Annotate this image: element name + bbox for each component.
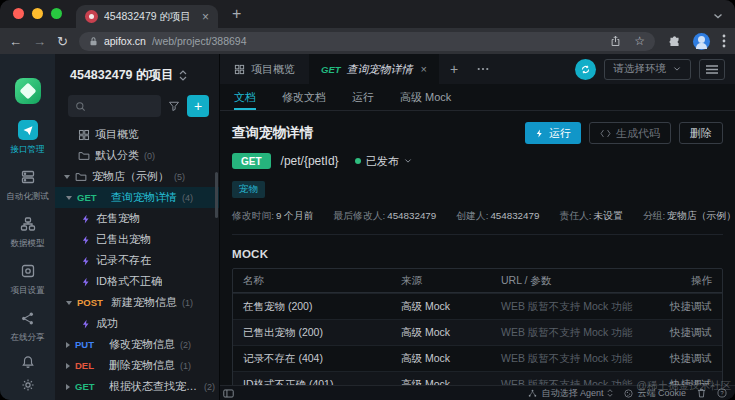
project-settings-icon bbox=[18, 261, 38, 281]
browser-tabstrip: 454832479 的项目 × + bbox=[0, 0, 735, 28]
workspace-tabbar: 项目概览 GET 查询宠物详情 × + 请选择环境 bbox=[220, 54, 735, 84]
statusbar: 自动选择 Agent 云端 Cookie ? bbox=[220, 385, 735, 400]
tree-item-case-available[interactable]: 在售宠物 bbox=[55, 208, 219, 229]
filter-funnel-icon[interactable] bbox=[168, 100, 180, 112]
tree-item-case-badid[interactable]: ID格式不正确 bbox=[55, 271, 219, 292]
share-nodes-icon bbox=[18, 308, 38, 328]
meta-item: 最后修改人:454832479 bbox=[333, 210, 436, 223]
mock-table-row[interactable]: 已售出宠物 (200) 高级 Mock WEB 版暂不支持 Mock 功能 快捷… bbox=[233, 319, 722, 345]
close-icon[interactable]: × bbox=[421, 63, 427, 75]
tree-item-post-create-pet[interactable]: POST 新建宠物信息 (1) bbox=[55, 292, 219, 313]
profile-avatar[interactable] bbox=[693, 33, 710, 50]
search-input[interactable] bbox=[68, 95, 161, 117]
tree-item-default-folder[interactable]: 默认分类 (0) bbox=[55, 145, 219, 166]
tab-advanced-mock[interactable]: 高级 Mock bbox=[400, 84, 451, 110]
cookie-selector[interactable]: 云端 Cookie bbox=[624, 387, 686, 400]
tree-item-overview[interactable]: 项目概览 bbox=[55, 124, 219, 145]
quick-debug-link[interactable]: 快捷调试 bbox=[642, 326, 712, 340]
caret-right-icon[interactable] bbox=[66, 342, 70, 348]
rail-item-online-share[interactable]: 在线分享 bbox=[11, 308, 45, 344]
project-title[interactable]: 454832479 的项目 bbox=[70, 67, 174, 84]
tag-pill[interactable]: 宠物 bbox=[232, 181, 265, 198]
run-button[interactable]: 运行 bbox=[525, 122, 581, 144]
rail-item-automated-testing[interactable]: 自动化测试 bbox=[6, 167, 49, 203]
forward-button[interactable]: → bbox=[33, 35, 46, 48]
bookmark-star-icon[interactable]: ☆ bbox=[634, 34, 645, 48]
chevron-down-icon bbox=[404, 158, 412, 164]
notifications-bell-icon[interactable] bbox=[21, 355, 35, 369]
tree-item-get-find-by-status[interactable]: GET 根据状态查找宠物列表 (2) bbox=[55, 376, 219, 397]
browser-window: 454832479 的项目 × + ← → ↻ apifox.cn /web/p… bbox=[0, 0, 735, 400]
env-manage-button[interactable] bbox=[699, 59, 725, 80]
sidebar-scrollbar[interactable] bbox=[215, 172, 218, 218]
meta-item: 修改时间:9 个月前 bbox=[232, 210, 313, 223]
caret-down-icon[interactable] bbox=[64, 175, 70, 179]
grid-icon bbox=[234, 64, 245, 75]
bolt-icon bbox=[81, 213, 91, 225]
publish-status-dropdown[interactable]: 已发布 bbox=[355, 154, 412, 169]
browser-menu-icon[interactable] bbox=[722, 34, 726, 48]
tree-item-get-pet-detail[interactable]: GET 查询宠物详情 (4) bbox=[55, 187, 219, 208]
tree-item-case-success[interactable]: 成功 bbox=[55, 313, 219, 334]
svg-text:?: ? bbox=[720, 390, 723, 396]
endpoint-title: 查询宠物详情 bbox=[232, 124, 313, 142]
new-workspace-tab-button[interactable]: + bbox=[439, 54, 469, 84]
workspace: 项目概览 GET 查询宠物详情 × + 请选择环境 bbox=[220, 54, 735, 400]
doc-tabbar: 文档 修改文档 运行 高级 Mock bbox=[220, 84, 735, 111]
tree-item-del-delete-pet[interactable]: DEL 删除宠物信息 (1) bbox=[55, 355, 219, 376]
caret-right-icon[interactable] bbox=[66, 363, 70, 369]
project-switch-icon[interactable] bbox=[179, 70, 187, 81]
workspace-tab-overview[interactable]: 项目概览 bbox=[220, 54, 309, 84]
tree-item-case-notfound[interactable]: 记录不存在 bbox=[55, 250, 219, 271]
tree-item-case-sold[interactable]: 已售出宠物 bbox=[55, 229, 219, 250]
up-down-icon bbox=[607, 389, 613, 397]
tree-item-petstore-folder[interactable]: 宠物店（示例） (5) bbox=[55, 166, 219, 187]
settings-gear-icon[interactable] bbox=[21, 378, 35, 392]
reload-button[interactable]: ↻ bbox=[57, 35, 68, 48]
tab-run[interactable]: 运行 bbox=[352, 84, 374, 110]
delete-button[interactable]: 删除 bbox=[679, 122, 723, 144]
mock-table-row[interactable]: 在售宠物 (200) 高级 Mock WEB 版暂不支持 Mock 功能 快捷调… bbox=[233, 293, 722, 319]
grid-icon bbox=[78, 129, 90, 141]
network-nodes-icon bbox=[528, 389, 537, 398]
caret-down-icon[interactable] bbox=[66, 196, 72, 200]
sync-client-button[interactable] bbox=[575, 59, 596, 80]
rail-item-data-models[interactable]: 数据模型 bbox=[11, 214, 45, 250]
mock-table-row[interactable]: 记录不存在 (404) 高级 Mock WEB 版暂不支持 Mock 功能 快捷… bbox=[233, 345, 722, 371]
apifox-logo[interactable] bbox=[15, 78, 41, 104]
address-bar[interactable]: apifox.cn /web/project/388694 ☆ bbox=[79, 32, 655, 51]
tab-search-chevron-icon[interactable] bbox=[713, 12, 735, 28]
zoom-window-button[interactable] bbox=[51, 8, 62, 19]
caret-down-icon[interactable] bbox=[66, 301, 72, 305]
minimize-window-button[interactable] bbox=[32, 8, 43, 19]
rail-item-api-management[interactable]: 接口管理 bbox=[11, 120, 45, 156]
add-api-button[interactable]: + bbox=[187, 95, 209, 117]
new-tab-button[interactable]: + bbox=[218, 5, 241, 28]
tab-edit-doc[interactable]: 修改文档 bbox=[282, 84, 326, 110]
workspace-tab-active[interactable]: GET 查询宠物详情 × bbox=[309, 54, 439, 84]
api-management-icon bbox=[18, 120, 38, 140]
rail-item-project-settings[interactable]: 项目设置 bbox=[11, 261, 45, 297]
more-tabs-icon[interactable] bbox=[469, 54, 497, 84]
tab-doc[interactable]: 文档 bbox=[234, 84, 256, 110]
quick-debug-link[interactable]: 快捷调试 bbox=[642, 300, 712, 314]
agent-selector[interactable]: 自动选择 Agent bbox=[528, 387, 613, 400]
bolt-icon bbox=[81, 276, 91, 288]
collapse-sidebar-icon[interactable] bbox=[223, 389, 234, 398]
quick-debug-link[interactable]: 快捷调试 bbox=[642, 352, 712, 366]
tree-item-put-update-pet[interactable]: PUT 修改宠物信息 (2) bbox=[55, 334, 219, 355]
tab-close-icon[interactable]: × bbox=[202, 11, 209, 23]
trash-icon[interactable] bbox=[697, 388, 706, 398]
caret-right-icon[interactable] bbox=[66, 384, 70, 390]
close-window-button[interactable] bbox=[13, 8, 24, 19]
back-button[interactable]: ← bbox=[9, 35, 22, 48]
share-icon[interactable] bbox=[610, 35, 621, 47]
help-icon[interactable]: ? bbox=[717, 388, 727, 398]
folder-icon bbox=[75, 171, 87, 183]
mock-table-row[interactable]: ID格式不正确 (401) 高级 Mock WEB 版暂不支持 Mock 功能 … bbox=[233, 371, 722, 385]
extensions-puzzle-icon[interactable] bbox=[668, 35, 681, 48]
quick-debug-link[interactable]: 快捷调试 bbox=[642, 378, 712, 386]
environment-select[interactable]: 请选择环境 bbox=[604, 59, 692, 80]
generate-code-button[interactable]: 生成代码 bbox=[589, 122, 671, 144]
browser-tab[interactable]: 454832479 的项目 × bbox=[76, 5, 218, 28]
